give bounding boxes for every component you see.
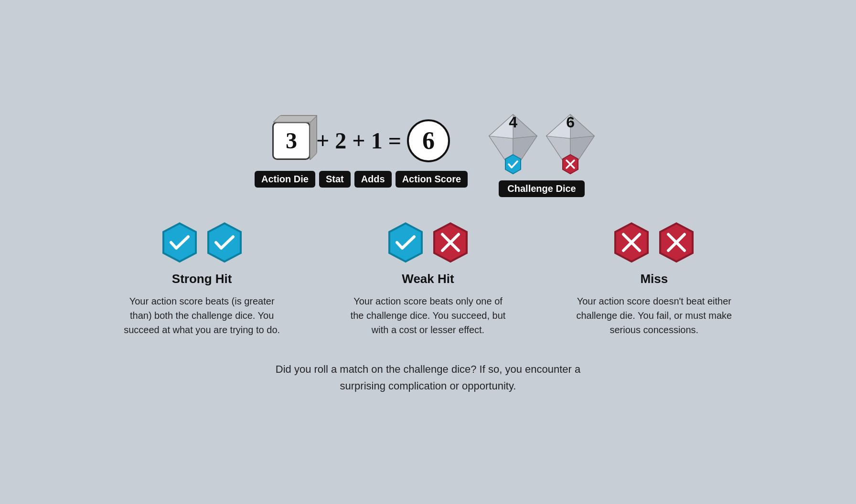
challenge-die-2-badge: [560, 154, 581, 175]
challenge-die-1-number: 4: [509, 114, 517, 131]
formula-section: 3 + 2 + 1 = 6 Action Die Stat Adds Actio…: [255, 110, 601, 197]
footer-line2: surprising complication or opportunity.: [340, 380, 516, 392]
miss-desc: Your action score doesn't beat either ch…: [573, 294, 735, 337]
challenge-die-2-number: 6: [566, 114, 575, 131]
strong-hit-desc: Your action score beats (is greater than…: [121, 294, 283, 337]
challenge-dice-visuals: 4 6: [482, 110, 601, 177]
outcomes-section: Strong Hit Your action score beats (is g…: [94, 221, 762, 337]
action-die-label: Action Die: [255, 171, 315, 188]
challenge-dice-label: Challenge Dice: [499, 180, 584, 197]
footer-text: Did you roll a match on the challenge di…: [276, 361, 580, 394]
strong-hit-icons: [158, 221, 246, 264]
adds-label: Adds: [354, 171, 392, 188]
weak-hit-column: Weak Hit Your action score beats only on…: [320, 221, 536, 337]
weak-hit-icon-1: [384, 221, 427, 264]
plus-operator-1: +: [316, 127, 329, 154]
strong-hit-column: Strong Hit Your action score beats (is g…: [94, 221, 310, 337]
strong-hit-title: Strong Hit: [172, 272, 232, 286]
main-container: 3 + 2 + 1 = 6 Action Die Stat Adds Actio…: [94, 110, 762, 394]
action-score-circle: 6: [407, 119, 450, 162]
cube-right-face: [310, 115, 317, 161]
formula-labels: Action Die Stat Adds Action Score: [255, 171, 468, 188]
svg-marker-15: [208, 223, 241, 262]
svg-marker-16: [389, 223, 422, 262]
weak-hit-desc: Your action score beats only one of the …: [347, 294, 509, 337]
action-score-label: Action Score: [396, 171, 468, 188]
equals-operator: =: [388, 127, 401, 154]
challenge-die-1: 4: [482, 110, 544, 177]
challenge-die-2: 6: [539, 110, 601, 177]
formula-left: 3 + 2 + 1 = 6 Action Die Stat Adds Actio…: [255, 119, 468, 188]
action-die-cube: 3: [272, 122, 310, 160]
stat-label: Stat: [319, 171, 351, 188]
action-die-value: 3: [272, 122, 310, 160]
action-score-value: 6: [422, 126, 435, 155]
miss-icons: [610, 221, 698, 264]
miss-title: Miss: [640, 272, 668, 286]
challenge-die-1-badge: [503, 154, 524, 175]
miss-icon-2: [655, 221, 698, 264]
adds-value: 1: [371, 127, 383, 154]
weak-hit-icon-2: [429, 221, 472, 264]
formula-equation: 3 + 2 + 1 = 6: [272, 119, 450, 162]
strong-hit-icon-1: [158, 221, 201, 264]
miss-icon-1: [610, 221, 653, 264]
footer-line1: Did you roll a match on the challenge di…: [276, 363, 580, 375]
strong-hit-icon-2: [203, 221, 246, 264]
weak-hit-title: Weak Hit: [402, 272, 454, 286]
miss-column: Miss Your action score doesn't beat eith…: [546, 221, 762, 337]
stat-value: 2: [335, 127, 346, 154]
weak-hit-icons: [384, 221, 472, 264]
svg-marker-5: [505, 155, 521, 174]
challenge-dice-section: 4 6: [482, 110, 601, 197]
svg-marker-14: [163, 223, 196, 262]
plus-operator-2: +: [352, 127, 365, 154]
